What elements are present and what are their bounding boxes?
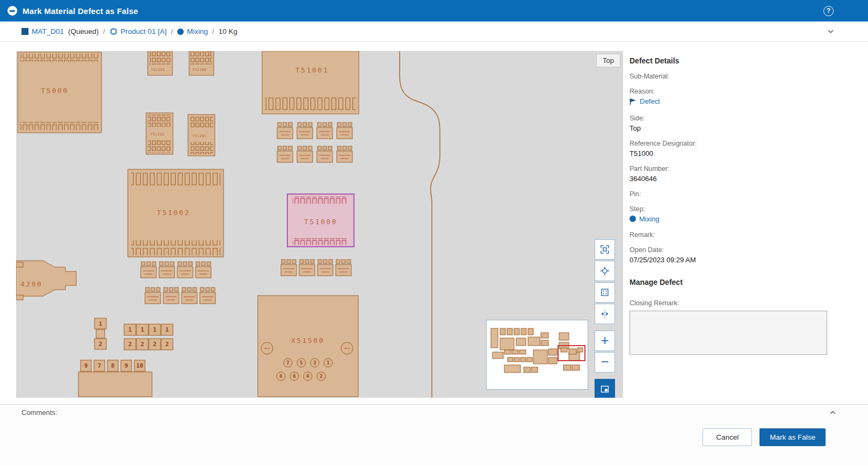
svg-text:T51001: T51001	[295, 66, 329, 74]
step-icon	[177, 28, 184, 35]
reference-designator-value: T51000	[630, 149, 827, 157]
crosshair-icon	[600, 266, 610, 276]
svg-text:8: 8	[279, 374, 282, 379]
svg-text:2: 2	[320, 374, 322, 379]
fit-to-screen-icon	[600, 245, 610, 254]
material-status: (Queued)	[68, 27, 99, 35]
svg-text:3: 3	[313, 360, 316, 365]
small-components	[281, 260, 351, 276]
flip-horizontal-button[interactable]	[595, 304, 615, 324]
footer-actions: Cancel Mark as False	[0, 420, 868, 466]
numbered-component-bottom: 9 7 8 9 10	[78, 360, 152, 397]
comments-section-header[interactable]: Comments:	[0, 404, 868, 420]
part-number-value: 3640646	[630, 175, 827, 183]
breadcrumb-separator: /	[103, 27, 105, 35]
svg-text:1: 1	[327, 360, 329, 365]
step-name: Mixing	[187, 27, 208, 35]
svg-text:8: 8	[111, 362, 115, 369]
region-zoom-button[interactable]	[595, 282, 615, 303]
material-icon	[21, 28, 28, 35]
component-x51500: X51500 7 5 3 1 8 6 4 2	[258, 296, 358, 397]
remark-label: Remark:	[630, 231, 827, 239]
small-components	[277, 123, 352, 162]
part-number-label: Part Number:	[630, 165, 827, 173]
svg-text:Y51202: Y51202	[150, 132, 164, 137]
svg-text:1: 1	[128, 326, 132, 333]
svg-text:4: 4	[306, 374, 309, 379]
open-date-label: Open Date:	[630, 246, 827, 254]
reason-value: Defect	[640, 97, 660, 105]
svg-text:Y51200: Y51200	[192, 68, 206, 72]
side-value: Top	[630, 124, 827, 132]
zoom-in-button[interactable]: +	[595, 331, 615, 351]
svg-text:X51500: X51500	[291, 336, 324, 345]
defect-details-panel: Defect Details Sub-Material: Reason: Def…	[623, 51, 868, 356]
step-label: Step:	[630, 205, 827, 213]
cancel-button[interactable]: Cancel	[703, 428, 752, 446]
svg-text:T5000: T5000	[41, 87, 69, 95]
svg-text:1: 1	[153, 326, 157, 333]
breadcrumb-separator: /	[212, 27, 214, 35]
help-icon[interactable]: ?	[823, 6, 834, 16]
step-value: Mixing	[639, 215, 660, 223]
svg-text:T51000: T51000	[304, 218, 337, 226]
svg-text:2: 2	[153, 341, 157, 348]
fit-to-screen-button[interactable]	[595, 239, 615, 260]
flag-icon	[630, 98, 636, 105]
svg-text:T51002: T51002	[157, 209, 190, 217]
center-selection-button[interactable]	[595, 261, 615, 281]
region-select-icon	[600, 288, 610, 297]
svg-text:Y51201: Y51201	[192, 134, 206, 138]
minimap-icon	[600, 384, 610, 394]
open-date-value: 07/25/2023 09:29 AM	[630, 256, 827, 264]
minimap-board	[488, 322, 586, 388]
sub-material-label: Sub-Material:	[630, 73, 827, 80]
svg-text:2: 2	[141, 341, 144, 348]
svg-text:10: 10	[136, 362, 143, 369]
material-name: MAT_D01	[32, 27, 64, 35]
flip-horizontal-icon	[600, 309, 610, 319]
manage-defect-title: Manage Defect	[630, 278, 827, 286]
svg-text:2: 2	[165, 341, 169, 348]
svg-text:1: 1	[165, 326, 169, 333]
svg-text:2: 2	[128, 341, 132, 348]
breadcrumb-step-link[interactable]: Mixing	[177, 27, 208, 35]
svg-text:1: 1	[99, 320, 103, 327]
component-y51201: Y51201	[188, 114, 215, 156]
chevron-up-icon[interactable]	[829, 408, 837, 417]
breadcrumb-product-link[interactable]: Product 01 [A]	[110, 27, 167, 35]
closing-remark-input[interactable]	[630, 311, 827, 355]
defect-details-title: Defect Details	[630, 56, 827, 65]
minimap-toggle-button[interactable]	[595, 379, 615, 398]
product-icon	[110, 27, 118, 35]
step-value-link[interactable]: Mixing	[630, 215, 660, 223]
title-bar: Mark Material Defect as False ?	[0, 0, 868, 21]
reason-value-link[interactable]: Defect	[630, 97, 660, 105]
side-badge: Top	[596, 54, 620, 67]
mark-as-false-button[interactable]: Mark as False	[760, 428, 826, 446]
step-icon	[630, 216, 636, 222]
svg-text:6: 6	[293, 374, 295, 379]
svg-text:9: 9	[125, 362, 128, 369]
svg-text:9: 9	[84, 362, 88, 369]
closing-remark-label: Closing Remark:	[630, 299, 827, 307]
component-x4200: 4200	[16, 261, 76, 300]
numbered-pads: 1 1 1 1 2 2 2 2	[124, 324, 173, 350]
svg-text:4200: 4200	[20, 280, 42, 288]
defect-component-t51000[interactable]: T51000	[287, 194, 354, 247]
svg-text:5: 5	[300, 360, 302, 365]
pcb-viewer[interactable]: T5000 Y51202 Y51200 Y51202	[16, 51, 623, 398]
main-area: T5000 Y51202 Y51200 Y51202	[0, 42, 868, 398]
board-outline	[400, 51, 440, 398]
svg-text:1: 1	[141, 326, 144, 333]
chevron-down-icon[interactable]	[827, 27, 835, 35]
pin-label: Pin:	[630, 190, 827, 198]
breadcrumb-material-link[interactable]: MAT_D01	[21, 27, 64, 35]
component-y51202: Y51202	[148, 51, 172, 75]
minimap[interactable]	[486, 320, 588, 390]
zoom-out-button[interactable]: −	[595, 352, 615, 372]
component-t5000: T5000	[18, 52, 102, 133]
reference-designator-label: Reference Designator:	[630, 140, 827, 147]
small-components	[141, 262, 215, 304]
svg-text:Y51202: Y51202	[151, 68, 165, 72]
